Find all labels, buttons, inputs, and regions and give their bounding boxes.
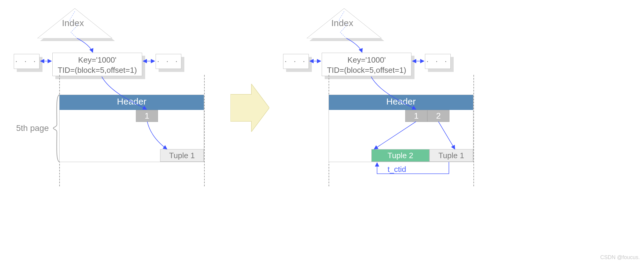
index-sibling-next: · · · [156, 54, 181, 69]
index-tid-text: TID=(block=5,offset=1) [322, 65, 411, 75]
index-leaf-entry: Key='1000' TID=(block=5,offset=1) [322, 53, 411, 76]
watermark: CSDN @foucus. [600, 254, 640, 261]
page-header: Header [329, 95, 473, 110]
page-right-guide [204, 75, 205, 186]
heap-page: Header 1 2 Tuple 1 Tuple 2 [329, 95, 473, 162]
line-pointer-2: 2 [427, 110, 449, 122]
line-pointer-1: 1 [405, 110, 427, 122]
page-number-label: 5th page [16, 123, 49, 133]
transition-arrow-icon [230, 84, 269, 132]
tuple-1: Tuple 1 [160, 149, 204, 162]
tuple-1: Tuple 1 [429, 149, 473, 162]
page-right-guide [473, 75, 474, 186]
brace-icon [53, 95, 60, 162]
index-key-text: Key='1000' [322, 55, 411, 65]
line-pointer-1: 1 [136, 110, 158, 122]
heap-page: Header 1 Tuple 1 [59, 95, 204, 162]
svg-marker-3 [230, 84, 269, 132]
index-sibling-prev: · · · [14, 54, 40, 69]
tuple-2: Tuple 2 [371, 149, 429, 162]
index-label: Index [62, 18, 84, 28]
index-sibling-next: · · · [425, 54, 451, 69]
index-triangle: Index [307, 8, 382, 44]
page-header: Header [60, 95, 204, 110]
index-tid-text: TID=(block=5,offset=1) [53, 65, 142, 75]
index-sibling-prev: · · · [283, 54, 309, 69]
index-label: Index [331, 18, 353, 28]
index-triangle: Index [37, 8, 112, 44]
index-leaf-entry: Key='1000' TID=(block=5,offset=1) [52, 53, 142, 76]
t-ctid-label: t_ctid [388, 165, 406, 174]
index-key-text: Key='1000' [53, 55, 142, 65]
